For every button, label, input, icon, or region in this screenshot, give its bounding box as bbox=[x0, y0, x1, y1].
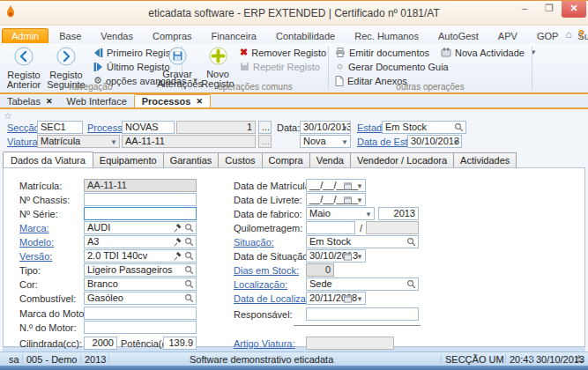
artigo-viatura-field bbox=[306, 337, 394, 350]
fabrico-ano-field[interactable]: 2013 bbox=[378, 207, 419, 220]
doc-tab-web-interface[interactable]: Web Interface bbox=[59, 94, 133, 107]
versao-label[interactable]: Versão: bbox=[19, 251, 52, 262]
quilometragem-field[interactable] bbox=[306, 221, 355, 234]
calendar-icon[interactable] bbox=[344, 295, 352, 303]
close-tab-icon[interactable]: ✕ bbox=[46, 97, 53, 106]
modelo-label[interactable]: Modelo: bbox=[19, 237, 54, 248]
modelo-field[interactable]: A3 bbox=[84, 235, 197, 248]
divider bbox=[294, 325, 421, 326]
home-icon[interactable]: ⌂ bbox=[565, 28, 571, 41]
tab-dados-da-viatura[interactable]: Dados da Viatura bbox=[3, 152, 93, 169]
doc-tab-processos[interactable]: Processos ✕ bbox=[134, 94, 211, 107]
chevron-down-icon: ▼ bbox=[341, 137, 348, 148]
window-bottom-edge: ⁙ bbox=[0, 366, 588, 370]
calendar-icon[interactable] bbox=[344, 182, 352, 190]
tab-garantias[interactable]: Garantias bbox=[164, 152, 220, 168]
title-bar: eticadata software - ERP EXTENDED | Cert… bbox=[0, 1, 588, 26]
edit-icon[interactable] bbox=[173, 238, 182, 247]
tab-actividades[interactable]: Actividades bbox=[454, 152, 517, 168]
ribbon-tab-base[interactable]: Base bbox=[50, 28, 90, 43]
estado-field[interactable]: Em Stock bbox=[382, 121, 466, 134]
situacao-field[interactable]: Em Stock bbox=[306, 235, 419, 248]
marca-label[interactable]: Marca: bbox=[19, 223, 49, 233]
estado-novo-combo[interactable]: Nova ▼ bbox=[300, 135, 351, 148]
close-button[interactable]: ✕ bbox=[562, 1, 586, 18]
marca-field[interactable]: AUDI bbox=[84, 221, 197, 234]
ribbon-tab-admin[interactable]: Admin bbox=[2, 28, 48, 43]
ribbon-tab-compras[interactable]: Compras bbox=[144, 28, 201, 43]
calendar-icon[interactable] bbox=[344, 253, 352, 261]
data-localizacao-field[interactable]: 20/11/2008 ▼ bbox=[306, 292, 366, 305]
ribbon-tab-autogest[interactable]: AutoGest bbox=[429, 28, 488, 43]
processo-field[interactable]: NOVAS bbox=[122, 121, 175, 134]
close-tab-icon[interactable]: ✕ bbox=[196, 97, 203, 106]
combustivel-field[interactable]: Gasóleo bbox=[84, 292, 197, 305]
dias-stock-label[interactable]: Dias em Stock: bbox=[234, 265, 299, 276]
viatura-key-combo: Matrícula ▼ bbox=[37, 135, 120, 148]
quilometragem-label: Quilometragem: bbox=[234, 223, 302, 233]
data-label: Data: bbox=[277, 122, 300, 133]
search-icon[interactable] bbox=[184, 293, 194, 303]
cilindrada-field[interactable]: 2000 bbox=[84, 337, 117, 350]
search-icon[interactable] bbox=[184, 265, 194, 275]
status-bar: sa 005 - Demo 2013 Software demonstrativ… bbox=[0, 352, 588, 366]
maximize-button[interactable]: ❐ bbox=[537, 1, 562, 18]
ribbon-tab-gop[interactable]: GOP bbox=[528, 28, 567, 43]
chevron-down-icon: ▼ bbox=[356, 293, 363, 305]
data-situacao-field[interactable]: 30/10/2013 ▼ bbox=[306, 249, 366, 263]
tab-vendedor-locadora[interactable]: Vendedor / Locadora bbox=[351, 152, 454, 168]
combustivel-label: Combustível: bbox=[19, 293, 76, 304]
quilometragem-separator: / bbox=[360, 223, 362, 233]
serie-field[interactable] bbox=[84, 207, 197, 220]
search-icon[interactable] bbox=[184, 223, 194, 233]
tab-equipamento[interactable]: Equipamento bbox=[93, 152, 164, 168]
viatura-label[interactable]: Viatura: bbox=[7, 137, 41, 147]
minimize-button[interactable]: – bbox=[512, 1, 537, 18]
group-caption-outras-operacoes: outras operações bbox=[329, 82, 532, 92]
search-icon[interactable] bbox=[406, 279, 416, 289]
localizacao-field[interactable]: Sede bbox=[306, 278, 419, 291]
data-estado-combo[interactable]: 30/10/2013 ▼ bbox=[407, 135, 462, 148]
num-motor-field[interactable] bbox=[84, 321, 197, 334]
data-combo[interactable]: 30/10/2013 ▼ bbox=[300, 121, 351, 134]
ribbon-tab-contabilidade[interactable]: Contabilidade bbox=[267, 28, 344, 43]
ribbon-tab-vendas[interactable]: Vendas bbox=[92, 28, 142, 43]
localizacao-label[interactable]: Localização: bbox=[234, 279, 287, 290]
versao-field[interactable]: 2.0 TDI 140cv bbox=[84, 249, 197, 263]
chassis-field[interactable] bbox=[84, 193, 197, 206]
seccao-field[interactable]: SEC1 bbox=[37, 121, 83, 134]
fabrico-mes-combo[interactable]: Maio ▼ bbox=[306, 207, 375, 220]
data-livrete-field[interactable]: __/__/____ ▼ bbox=[306, 193, 366, 206]
cor-field[interactable]: Branco bbox=[84, 278, 197, 291]
situacao-label[interactable]: Situação: bbox=[234, 237, 274, 248]
tab-compra[interactable]: Compra bbox=[263, 152, 310, 168]
search-icon[interactable] bbox=[184, 237, 194, 247]
search-icon[interactable] bbox=[184, 279, 194, 289]
search-icon[interactable] bbox=[406, 237, 416, 247]
ribbon-tab-apv[interactable]: APV bbox=[489, 28, 526, 43]
favorite-star-icon[interactable]: ☆ bbox=[4, 110, 12, 122]
ribbon-tab-financeira[interactable]: Financeira bbox=[203, 28, 265, 43]
status-company: 005 - Demo bbox=[26, 354, 77, 365]
marca-motor-field[interactable] bbox=[84, 307, 197, 320]
data-matricula-field[interactable]: __/__/____ ▼ bbox=[306, 179, 366, 192]
edit-icon[interactable] bbox=[173, 252, 182, 261]
search-icon[interactable] bbox=[184, 251, 194, 261]
tipo-label: Tipo: bbox=[19, 265, 41, 276]
calendar-icon[interactable] bbox=[344, 196, 352, 204]
serie-label: Nº Série: bbox=[19, 209, 58, 219]
search-icon[interactable] bbox=[454, 122, 464, 132]
tab-custos[interactable]: Custos bbox=[219, 152, 262, 168]
ribbon-tab-rec-humanos[interactable]: Rec. Humanos bbox=[346, 28, 428, 43]
processo-browse-button[interactable]: ... bbox=[258, 121, 272, 134]
edit-icon[interactable] bbox=[173, 224, 182, 233]
potencia-field[interactable]: 139.9 bbox=[163, 337, 197, 350]
tab-venda[interactable]: Venda bbox=[310, 152, 351, 168]
marca-motor-label: Marca do Motor: bbox=[19, 308, 90, 319]
tipo-field[interactable]: Ligeiro Passageiros bbox=[84, 263, 197, 277]
responsavel-field[interactable] bbox=[306, 307, 419, 321]
doc-tab-tabelas[interactable]: Tabelas ✕ bbox=[0, 94, 59, 107]
artigo-viatura-label[interactable]: Artigo Viatura: bbox=[234, 338, 295, 349]
help-icon[interactable]: ? bbox=[578, 28, 584, 41]
warning-icon[interactable]: ⚠ bbox=[575, 353, 584, 365]
